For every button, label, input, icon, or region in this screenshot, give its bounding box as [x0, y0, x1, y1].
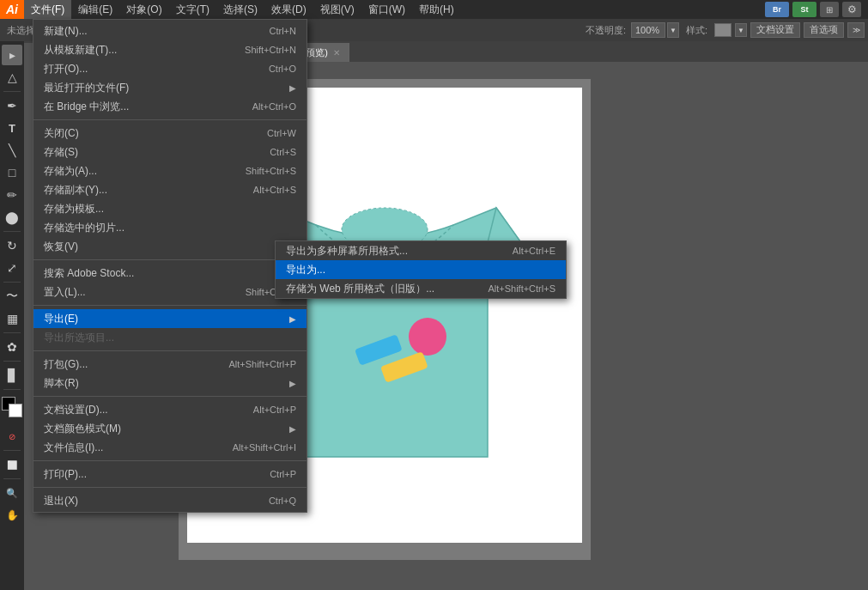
tab-2-close[interactable]: ✕ — [333, 48, 340, 58]
tool-sep-5 — [3, 361, 21, 362]
export-as[interactable]: 导出为... — [276, 260, 566, 279]
menu-item-help[interactable]: 帮助(H) — [412, 0, 461, 19]
menu-item-place[interactable]: 置入(L)... Shift+Ctrl+P — [33, 283, 307, 301]
tool-line[interactable]: ╲ — [2, 140, 22, 161]
doc-settings-btn[interactable]: 文档设置 — [750, 22, 800, 38]
tool-change-mode[interactable]: ⬜ — [2, 454, 22, 475]
divider-3 — [33, 305, 307, 306]
app-logo: Ai — [0, 0, 24, 19]
divider-2 — [33, 259, 307, 260]
divider-5 — [33, 396, 307, 397]
export-screens[interactable]: 导出为多种屏幕所用格式... Alt+Ctrl+E — [276, 241, 566, 260]
style-label: 样式: — [683, 24, 711, 37]
tool-warp[interactable]: 〜 — [2, 286, 22, 307]
menu-item-save-as[interactable]: 存储为(A)... Shift+Ctrl+S — [33, 161, 307, 180]
tool-scale[interactable]: ⤢ — [2, 258, 22, 278]
menu-section-5: 打包(G)... Alt+Shift+Ctrl+P 脚本(R) ▶ — [33, 353, 307, 394]
opacity-label: 不透明度: — [582, 24, 629, 37]
menu-item-open[interactable]: 打开(O)... Ctrl+O — [33, 59, 307, 78]
menu-item-doc-settings[interactable]: 文档设置(D)... Alt+Ctrl+P — [33, 400, 307, 419]
menu-item-save-template[interactable]: 存储为模板... — [33, 199, 307, 218]
menu-items: 文件(F) 编辑(E) 对象(O) 文字(T) 选择(S) 效果(D) 视图(V… — [24, 0, 461, 19]
menu-section-4: 导出(E) ▶ 导出所选项目... — [33, 307, 307, 349]
tool-sep-1 — [3, 91, 21, 92]
menu-item-recent[interactable]: 最近打开的文件(F) ▶ — [33, 78, 307, 97]
menu-item-file[interactable]: 文件(F) — [24, 0, 71, 19]
menu-item-edit[interactable]: 编辑(E) — [71, 0, 119, 19]
tool-symbol[interactable]: ✿ — [2, 337, 22, 357]
tool-sep-2 — [3, 231, 21, 232]
tool-rect[interactable]: □ — [2, 162, 22, 183]
menu-item-window[interactable]: 窗口(W) — [361, 0, 412, 19]
tool-column[interactable]: ▊ — [2, 365, 22, 386]
tool-sep-7 — [3, 450, 21, 451]
menu-item-exit[interactable]: 退出(X) Ctrl+Q — [33, 491, 307, 510]
style-box[interactable] — [714, 23, 731, 37]
tool-direct-select[interactable]: △ — [2, 67, 22, 88]
divider-1 — [33, 119, 307, 120]
menu-item-object[interactable]: 对象(O) — [119, 0, 168, 19]
tool-blob[interactable]: ⬤ — [2, 207, 22, 228]
divider-6 — [33, 460, 307, 461]
menu-item-save[interactable]: 存储(S) Ctrl+S — [33, 143, 307, 161]
menu-section-7: 打印(P)... Ctrl+P — [33, 463, 307, 485]
tool-brush[interactable]: ✏ — [2, 185, 22, 205]
menu-item-save-slices[interactable]: 存储选中的切片... — [33, 218, 307, 237]
bg-color[interactable] — [9, 404, 22, 417]
export-submenu: 导出为多种屏幕所用格式... Alt+Ctrl+E 导出为... 存储为 Web… — [275, 240, 567, 299]
divider-4 — [33, 350, 307, 351]
tool-rotate[interactable]: ↻ — [2, 235, 22, 256]
menu-item-export-selection[interactable]: 导出所选项目... — [33, 328, 307, 347]
tool-hand[interactable]: ✋ — [2, 505, 22, 526]
preferences-btn[interactable]: 首选项 — [804, 22, 844, 38]
menu-right: Br St ⊞ ⚙ — [765, 2, 868, 17]
menu-item-bridge[interactable]: 在 Bridge 中浏览... Alt+Ctrl+O — [33, 97, 307, 116]
menu-section-1: 新建(N)... Ctrl+N 从模板新建(T)... Shift+Ctrl+N… — [33, 20, 307, 118]
svg-point-2 — [409, 318, 446, 356]
tools-panel: ▸ △ ✒ T ╲ □ ✏ ⬤ ↻ ⤢ 〜 ▦ ✿ ▊ ⊘ ⬜ 🔍 ✋ — [0, 41, 24, 590]
opacity-arrow[interactable]: ▼ — [667, 22, 679, 38]
grid-btn[interactable]: ⊞ — [820, 2, 839, 17]
menu-section-2: 关闭(C) Ctrl+W 存储(S) Ctrl+S 存储为(A)... Shif… — [33, 122, 307, 258]
menu-section-8: 退出(X) Ctrl+Q — [33, 490, 307, 512]
tool-select[interactable]: ▸ — [2, 45, 22, 65]
tool-type[interactable]: T — [2, 118, 22, 138]
menu-item-text[interactable]: 文字(T) — [169, 0, 216, 19]
tool-sep-6 — [3, 389, 21, 390]
style-arrow[interactable]: ▼ — [735, 23, 747, 37]
save-for-web[interactable]: 存储为 Web 所用格式（旧版）... Alt+Shift+Ctrl+S — [276, 279, 566, 298]
menu-section-3: 搜索 Adobe Stock... 置入(L)... Shift+Ctrl+P — [33, 262, 307, 303]
menu-item-file-info[interactable]: 文件信息(I)... Alt+Shift+Ctrl+I — [33, 438, 307, 457]
menu-item-close[interactable]: 关闭(C) Ctrl+W — [33, 124, 307, 143]
search-btn[interactable]: ⚙ — [842, 2, 861, 17]
color-boxes — [2, 397, 22, 421]
menu-section-6: 文档设置(D)... Alt+Ctrl+P 文档颜色模式(M) ▶ 文件信息(I… — [33, 398, 307, 459]
menu-item-effect[interactable]: 效果(D) — [264, 0, 313, 19]
stock-btn[interactable]: St — [792, 2, 816, 17]
tool-sep-4 — [3, 332, 21, 333]
menu-item-save-copy[interactable]: 存储副本(Y)... Alt+Ctrl+S — [33, 180, 307, 199]
tool-graph[interactable]: ▦ — [2, 308, 22, 329]
tool-none[interactable]: ⊘ — [2, 426, 22, 447]
menu-item-select[interactable]: 选择(S) — [216, 0, 264, 19]
tool-sep-3 — [3, 282, 21, 283]
tool-zoom-in[interactable]: 🔍 — [2, 483, 22, 503]
menu-item-print[interactable]: 打印(P)... Ctrl+P — [33, 465, 307, 484]
toolbar-more-btn[interactable]: ≫ — [847, 22, 865, 38]
tool-pen[interactable]: ✒ — [2, 95, 22, 116]
menu-item-revert[interactable]: 恢复(V) F12 — [33, 237, 307, 256]
menu-item-view[interactable]: 视图(V) — [313, 0, 361, 19]
menu-item-new-template[interactable]: 从模板新建(T)... Shift+Ctrl+N — [33, 40, 307, 59]
menu-item-export[interactable]: 导出(E) ▶ — [33, 309, 307, 328]
opacity-control: 不透明度: 100% ▼ — [582, 22, 679, 38]
menu-item-new[interactable]: 新建(N)... Ctrl+N — [33, 21, 307, 40]
menu-bar: Ai 文件(F) 编辑(E) 对象(O) 文字(T) 选择(S) 效果(D) 视… — [0, 0, 868, 19]
menu-item-search-stock[interactable]: 搜索 Adobe Stock... — [33, 264, 307, 283]
opacity-value[interactable]: 100% — [631, 22, 665, 38]
bridge-btn[interactable]: Br — [765, 2, 789, 17]
file-menu: 新建(N)... Ctrl+N 从模板新建(T)... Shift+Ctrl+N… — [33, 19, 307, 513]
divider-7 — [33, 487, 307, 488]
menu-item-package[interactable]: 打包(G)... Alt+Shift+Ctrl+P — [33, 355, 307, 374]
menu-item-scripts[interactable]: 脚本(R) ▶ — [33, 374, 307, 392]
menu-item-doc-color-mode[interactable]: 文档颜色模式(M) ▶ — [33, 419, 307, 438]
